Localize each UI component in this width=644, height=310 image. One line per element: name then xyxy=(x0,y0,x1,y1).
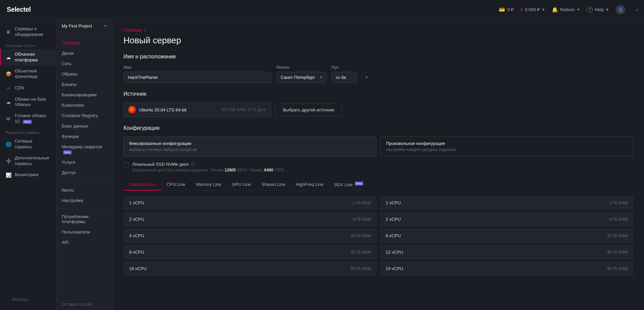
config-card-custom[interactable]: Произвольная конфигурация настройка кажд… xyxy=(380,137,633,156)
nav-item-consumption[interactable]: Потребление платформы xyxy=(56,211,112,227)
nav-item-balancers[interactable]: Балансировщики xyxy=(56,90,112,100)
additional-icon: ➕ xyxy=(5,158,11,164)
tab-gpu-line[interactable]: GPU Line xyxy=(227,179,256,191)
nav-item-servers[interactable]: Серверы xyxy=(56,38,112,48)
config-row-item[interactable]: 1 vCPU2 ГБ RAM xyxy=(380,196,633,210)
config-row-item[interactable]: 16 vCPU64 ГБ RAM xyxy=(123,262,377,275)
nav-item-api[interactable]: API xyxy=(56,237,112,248)
vmware-icon: ☁ xyxy=(5,99,11,105)
config-ram: 4 ГБ RAM xyxy=(353,217,371,222)
config-vcpu: 1 vCPU xyxy=(386,200,401,205)
sidebar-label-network: Сетевые сервисы xyxy=(15,139,51,150)
nav-item-databases[interactable]: Базы данных xyxy=(56,121,112,131)
breadcrumb: Серверы / xyxy=(123,28,633,33)
help-item[interactable]: ? Help ▼ xyxy=(587,7,609,13)
pool-select-wrapper[interactable]: ru-3a ▼ xyxy=(331,72,372,83)
config-row-item[interactable]: 24 vCPU96 ГБ RAM xyxy=(380,262,633,275)
config-row-item[interactable]: 6 vCPU32 ГБ RAM xyxy=(380,229,633,243)
source-name: Ubuntu 20.04 LTS 64-bit xyxy=(139,107,186,112)
pool-select[interactable]: ru-3a xyxy=(331,72,357,83)
nav-item-container-registry[interactable]: Container Registry xyxy=(56,110,112,121)
nav-item-backups[interactable]: Бэкапы xyxy=(56,79,112,90)
tab-highfreq-line[interactable]: HighFreq Line xyxy=(290,179,329,191)
nav-item-services[interactable]: Услуги xyxy=(56,157,112,167)
region-label: Регион xyxy=(276,65,326,70)
source-row: U Ubuntu 20.04 LTS 64-bit 512 МБ RAM, 5 … xyxy=(123,102,633,117)
config-ram: 1 ГБ RAM xyxy=(353,201,371,205)
nav-item-functions[interactable]: Функции xyxy=(56,131,112,142)
minimize-button[interactable]: ← Minimize xyxy=(5,297,51,302)
breadcrumb-separator: / xyxy=(144,28,146,33)
tab-standard-line[interactable]: Standard Line xyxy=(123,179,161,191)
config-row-item[interactable]: 2 vCPU8 ГБ RAM xyxy=(380,212,633,226)
sidebar-item-monitoring[interactable]: 📊 Мониторинг xyxy=(0,169,56,181)
region-group: Регион Санкт-Петербург ▼ xyxy=(276,65,326,83)
config-row-item[interactable]: 12 vCPU48 ГБ RAM xyxy=(380,245,633,259)
credits-value: 3 000 ₽ xyxy=(525,7,540,12)
monitoring-icon: 📊 xyxy=(5,172,11,178)
config-custom-desc: настройка каждого ресурса отдельно xyxy=(386,147,628,152)
sidebar-item-1c[interactable]: 1С Готовое облако 1С Beta xyxy=(0,110,56,127)
nav-item-secrets[interactable]: Менеджер секретов beta xyxy=(56,142,112,157)
tab-cpu-line[interactable]: CPU Line xyxy=(161,179,191,191)
nvme-desc-mid: IOPS / Запись xyxy=(236,168,264,172)
project-name: My First Project xyxy=(62,23,92,29)
config-row-item[interactable]: 4 vCPU16 ГБ RAM xyxy=(123,229,377,243)
ubuntu-icon: U xyxy=(128,106,136,113)
config-vcpu: 1 vCPU xyxy=(129,200,144,205)
choose-source-button[interactable]: Выбрать другой источник xyxy=(275,104,342,116)
cdn-icon: ↔ xyxy=(5,85,11,91)
sidebar-item-vmware[interactable]: ☁ Облако на базе VMware xyxy=(0,94,56,111)
sidebar: 🖥 Серверы и оборудование Облачные услуги… xyxy=(0,19,56,310)
notices-label: Notices xyxy=(560,7,575,12)
sidebar-item-servers[interactable]: 🖥 Серверы и оборудование xyxy=(0,23,56,40)
config-row-item[interactable]: 2 vCPU4 ГБ RAM xyxy=(123,212,377,226)
config-ram: 96 ГБ RAM xyxy=(607,266,628,271)
nvme-help-icon[interactable]: ? xyxy=(191,162,195,167)
tab-shared-line[interactable]: Shared Line xyxy=(256,179,290,191)
avatar-item[interactable]: 👤 xyxy=(616,5,625,14)
sidebar-item-object-storage[interactable]: 📦 Объектное хранилище xyxy=(0,66,56,83)
sidebar-label-servers: Серверы и оборудование xyxy=(15,26,51,38)
nav-item-access[interactable]: Доступ xyxy=(56,167,112,178)
project-header[interactable]: My First Project ▼ xyxy=(56,19,112,33)
nav-item-disks[interactable]: Диски xyxy=(56,48,112,58)
notices-item[interactable]: 🔔 Notices ▼ xyxy=(552,7,580,13)
help-icon: ? xyxy=(587,7,593,13)
expand-button[interactable]: ⤢ xyxy=(635,7,639,12)
tab-memory-line[interactable]: Memory Line xyxy=(191,179,227,191)
config-ram: 32 ГБ RAM xyxy=(351,250,371,255)
config-card-fixed[interactable]: Фиксированные конфигурации выбор из гото… xyxy=(123,137,376,156)
sidebar-item-additional[interactable]: ➕ Дополнительные сервисы xyxy=(0,153,56,169)
wallet-icon: 💳 xyxy=(499,7,505,13)
balance-item[interactable]: 💳 0 ₽ xyxy=(499,7,514,13)
sidebar-item-cdn[interactable]: ↔ CDN xyxy=(0,82,56,94)
nvme-row: Локальный SSD NVMe диск ? Загрузочный ди… xyxy=(123,162,633,172)
nav-item-users[interactable]: Пользователи xyxy=(56,227,112,237)
nav-item-quotas[interactable]: Квоты xyxy=(56,185,112,195)
minimize-arrow-icon: ← xyxy=(5,297,9,302)
sidebar-label-vmware: Облако на базе VMware xyxy=(15,97,51,108)
nvme-checkbox[interactable] xyxy=(123,162,129,167)
pool-label: Пул xyxy=(331,65,372,70)
project-chevron-icon: ▼ xyxy=(104,24,107,28)
leave-feedback-link[interactable]: Оставить отзыв xyxy=(56,299,112,310)
breadcrumb-link-servers[interactable]: Серверы xyxy=(123,28,142,33)
sidebar-item-cloud-platform[interactable]: ☁ Облачная платформа xyxy=(0,49,56,66)
name-input[interactable] xyxy=(123,72,271,83)
nav-item-network[interactable]: Сеть xyxy=(56,58,112,69)
config-row-item[interactable]: 8 vCPU32 ГБ RAM xyxy=(123,245,377,259)
tab-sgx-line[interactable]: SGX Line Beta xyxy=(329,179,369,191)
config-ram: 48 ГБ RAM xyxy=(607,250,628,255)
region-select-wrapper[interactable]: Санкт-Петербург ▼ xyxy=(276,72,326,83)
config-row-item[interactable]: 1 vCPU1 ГБ RAM xyxy=(123,196,377,210)
region-select[interactable]: Санкт-Петербург xyxy=(276,72,326,83)
credits-item[interactable]: ♥ 3 000 ₽ ▼ xyxy=(520,7,545,12)
nvme-desc-suffix: IOPS. xyxy=(273,168,285,172)
1c-icon: 1С xyxy=(5,117,11,121)
minimize-label: Minimize xyxy=(12,297,28,302)
nav-item-settings[interactable]: Настройки xyxy=(56,195,112,206)
sidebar-item-network[interactable]: 🌐 Сетевые сервисы xyxy=(0,136,56,153)
nav-item-kubernetes[interactable]: Kubernetes xyxy=(56,100,112,110)
nav-item-images[interactable]: Образы xyxy=(56,69,112,79)
